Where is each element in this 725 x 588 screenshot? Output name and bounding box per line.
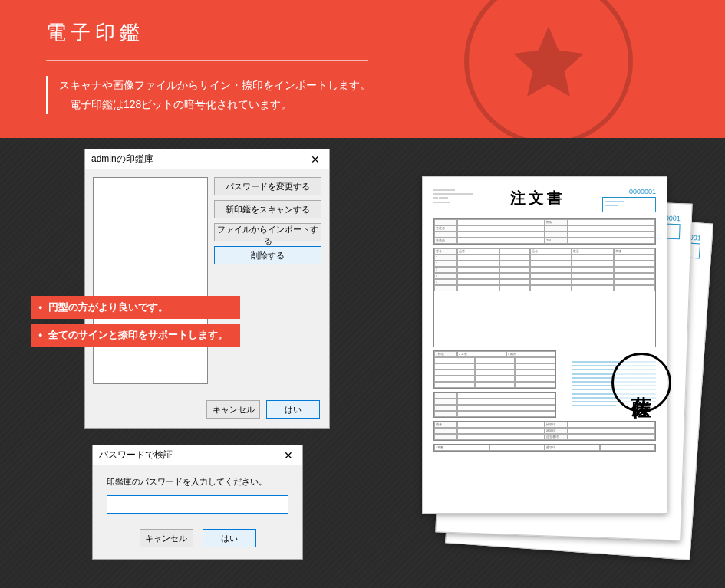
dialog-titlebar: adminの印鑑庫 ✕ bbox=[85, 149, 329, 169]
feature-tag-2: 全てのサインと捺印をサポートします。 bbox=[31, 324, 240, 347]
password-verify-dialog: パスワードで検証 ✕ 印鑑庫のパスワードを入力してください。 キャンセル はい bbox=[92, 445, 303, 560]
password-prompt-text: 印鑑庫のパスワードを入力してください。 bbox=[107, 476, 288, 488]
doc-meta: xxxxxxxxxxxxxxxxxx xxxxxxxxxxxxxxxxxxxxx… bbox=[433, 188, 473, 204]
close-icon[interactable]: ✕ bbox=[281, 449, 296, 462]
change-password-button[interactable]: パスワードを変更する bbox=[214, 177, 321, 195]
stamp-library-dialog: adminの印鑑庫 ✕ パスワードを変更する 新印鑑をスキャンする ファイルから… bbox=[84, 149, 330, 429]
page-title: 電子印鑑 bbox=[46, 19, 368, 61]
stamp-listbox[interactable] bbox=[93, 177, 208, 384]
header-banner: 電子印鑑 スキャナや画像ファイルからサイン・捺印をインポートします。 電子印鑑は… bbox=[0, 0, 725, 138]
dialog-title-text: adminの印鑑庫 bbox=[91, 153, 153, 166]
close-icon[interactable]: ✕ bbox=[308, 153, 323, 166]
doc-number-box: xxxxxxxxxxxxxxxxxxxxxx bbox=[602, 197, 656, 212]
ok-button[interactable]: はい bbox=[266, 400, 320, 419]
doc-title: 注文書 bbox=[510, 188, 565, 209]
cancel-button[interactable]: キャンセル bbox=[206, 400, 260, 419]
content-area: adminの印鑑庫 ✕ パスワードを変更する 新印鑑をスキャンする ファイルから… bbox=[0, 138, 725, 588]
star-badge-icon bbox=[464, 0, 633, 138]
feature-tag-1: 円型の方がより良いです。 bbox=[31, 296, 240, 319]
ok-button[interactable]: はい bbox=[203, 529, 256, 547]
dialog-title-text: パスワードで検証 bbox=[99, 448, 173, 462]
password-input[interactable] bbox=[107, 495, 288, 514]
feature-tags: 円型の方がより良いです。 全てのサインと捺印をサポートします。 bbox=[31, 296, 240, 347]
dialog-titlebar: パスワードで検証 ✕ bbox=[93, 445, 302, 465]
import-from-file-button[interactable]: ファイルからインポートする bbox=[214, 223, 321, 241]
scan-new-stamp-button[interactable]: 新印鑑をスキャンする bbox=[214, 200, 321, 218]
document-page-1: xxxxxxxxxxxxxxxxxx xxxxxxxxxxxxxxxxxxxxx… bbox=[422, 176, 667, 514]
hanko-stamp: 佐藤 bbox=[611, 353, 671, 412]
cancel-button[interactable]: キャンセル bbox=[140, 529, 193, 547]
delete-button[interactable]: 削除する bbox=[214, 246, 321, 264]
doc-number: 0000001 bbox=[602, 188, 656, 195]
